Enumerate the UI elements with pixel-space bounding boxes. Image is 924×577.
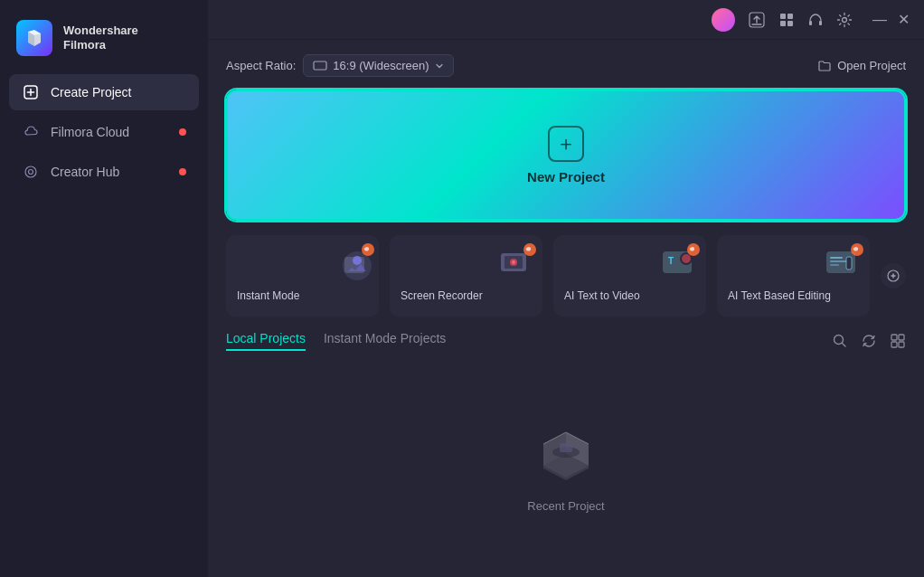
brand-name: Wondershare — [63, 24, 138, 38]
ai-text-based-editing-card-icon — [816, 241, 866, 286]
sidebar-item-create-project[interactable]: Create Project — [9, 74, 199, 110]
svg-rect-4 — [780, 14, 786, 19]
nav-items: Create Project Filmora Cloud Creator Hub — [0, 74, 208, 190]
folder-icon — [817, 59, 832, 73]
product-name: Filmora — [63, 38, 138, 52]
search-icon[interactable] — [832, 333, 848, 349]
instant-mode-label: Instant Mode — [237, 289, 299, 304]
aspect-ratio-value: 16:9 (Widescreen) — [333, 59, 429, 72]
cloud-icon — [22, 123, 40, 141]
close-button[interactable]: ✕ — [898, 11, 910, 28]
svg-rect-27 — [830, 257, 843, 259]
svg-point-10 — [843, 17, 847, 22]
svg-point-14 — [353, 256, 362, 265]
svg-rect-36 — [891, 342, 897, 347]
empty-state-label: Recent Project — [527, 499, 604, 513]
svg-rect-11 — [314, 61, 326, 70]
svg-point-2 — [29, 170, 33, 175]
svg-point-1 — [25, 166, 36, 177]
creator-hub-dot — [179, 168, 186, 175]
cloud-upload-icon[interactable] — [748, 11, 766, 29]
titlebar-icons: — ✕ — [712, 8, 910, 32]
grid-apps-icon[interactable] — [778, 12, 795, 28]
svg-rect-8 — [809, 21, 812, 25]
content-area: Aspect Ratio: 16:9 (Widescreen) Open Pro… — [208, 40, 924, 577]
sidebar-item-creator-hub[interactable]: Creator Hub — [9, 154, 199, 190]
svg-rect-28 — [830, 260, 848, 262]
svg-rect-30 — [846, 257, 852, 270]
ai-text-to-video-card-icon: T — [652, 241, 702, 286]
filmora-cloud-dot — [179, 128, 186, 136]
headset-icon[interactable] — [807, 12, 824, 28]
aspect-ratio-selector: Aspect Ratio: 16:9 (Widescreen) — [226, 54, 454, 77]
sidebar-item-filmora-cloud[interactable]: Filmora Cloud — [9, 114, 199, 150]
sidebar: Wondershare Filmora Create Project Filmo… — [0, 0, 208, 577]
window-controls: — ✕ — [872, 11, 910, 28]
open-project-button[interactable]: Open Project — [817, 59, 906, 73]
sidebar-item-creator-hub-label: Creator Hub — [51, 165, 119, 179]
svg-point-33 — [834, 336, 844, 345]
feature-card-screen-recorder[interactable]: Screen Recorder — [390, 235, 542, 317]
sidebar-item-filmora-cloud-label: Filmora Cloud — [51, 125, 129, 139]
minimize-button[interactable]: — — [872, 12, 887, 28]
logo-text: Wondershare Filmora — [63, 24, 138, 52]
svg-rect-29 — [830, 264, 839, 266]
svg-rect-5 — [787, 14, 793, 19]
aspect-ratio-icon — [313, 61, 327, 71]
feature-cards: Instant Mode Screen Recorder T — [226, 235, 906, 317]
ai-text-based-editing-label: AI Text Based Editing — [728, 289, 831, 304]
svg-rect-39 — [560, 443, 572, 452]
chevron-down-icon — [435, 61, 444, 71]
projects-tabs: Local Projects Instant Mode Projects — [226, 331, 906, 351]
svg-rect-34 — [891, 335, 897, 340]
sidebar-item-create-project-label: Create Project — [51, 85, 131, 99]
user-avatar[interactable] — [712, 8, 735, 32]
more-feature-cards-button[interactable] — [881, 263, 906, 288]
logo-icon — [16, 20, 52, 56]
svg-rect-9 — [819, 21, 822, 25]
empty-state: Recent Project — [226, 362, 906, 563]
create-project-icon — [22, 83, 40, 101]
svg-rect-7 — [787, 21, 793, 26]
view-grid-icon[interactable] — [890, 333, 906, 349]
ai-text-to-video-label: AI Text to Video — [564, 289, 640, 304]
aspect-ratio-dropdown[interactable]: 16:9 (Widescreen) — [303, 54, 453, 77]
screen-recorder-card-icon — [488, 241, 539, 286]
svg-rect-6 — [780, 21, 786, 26]
new-project-banner[interactable]: ＋ New Project — [226, 90, 906, 221]
creator-hub-icon — [22, 163, 40, 181]
top-bar: Aspect Ratio: 16:9 (Widescreen) Open Pro… — [226, 54, 906, 77]
svg-rect-37 — [899, 342, 904, 347]
svg-point-19 — [512, 260, 515, 264]
titlebar: — ✕ — [208, 0, 924, 40]
svg-point-24 — [682, 254, 691, 263]
tab-local-projects[interactable]: Local Projects — [226, 331, 306, 351]
instant-mode-card-icon — [325, 241, 375, 286]
aspect-ratio-label: Aspect Ratio: — [226, 59, 296, 72]
tabs-left: Local Projects Instant Mode Projects — [226, 331, 446, 351]
main-content: — ✕ Aspect Ratio: 16:9 (Widescreen) — [208, 0, 924, 577]
settings-icon[interactable] — [836, 12, 853, 28]
new-project-label: New Project — [527, 169, 605, 184]
projects-section: Local Projects Instant Mode Projects — [226, 331, 906, 563]
empty-box-icon — [525, 412, 607, 485]
feature-card-ai-text-to-video[interactable]: T AI Text to Video — [553, 235, 706, 317]
svg-text:T: T — [668, 256, 674, 266]
tab-instant-mode-projects[interactable]: Instant Mode Projects — [324, 331, 446, 351]
refresh-icon[interactable] — [861, 333, 877, 349]
feature-card-instant-mode[interactable]: Instant Mode — [226, 235, 379, 317]
svg-rect-35 — [899, 335, 904, 340]
feature-card-ai-text-based-editing[interactable]: AI Text Based Editing — [717, 235, 870, 317]
logo-area: Wondershare Filmora — [0, 9, 208, 74]
open-project-label: Open Project — [837, 59, 906, 72]
new-project-plus-icon: ＋ — [548, 126, 584, 162]
screen-recorder-label: Screen Recorder — [401, 289, 483, 304]
tabs-right — [832, 333, 906, 349]
